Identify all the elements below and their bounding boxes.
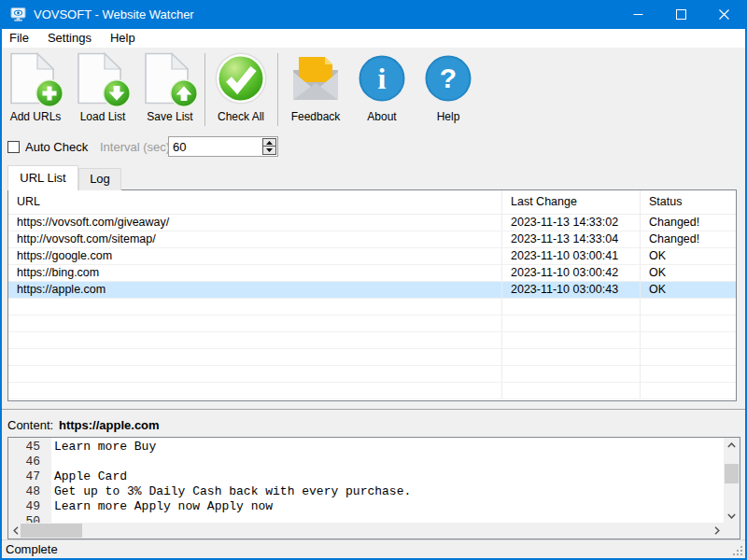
triangle-down-icon (266, 148, 273, 152)
scrollbar-thumb[interactable] (21, 524, 82, 538)
table-row[interactable]: https://bing.com 2023-11-10 03:00:42 OK (8, 265, 736, 282)
scrollbar-up-button[interactable] (724, 438, 740, 452)
close-button[interactable] (702, 0, 745, 29)
envelope-icon (289, 51, 343, 105)
check-circle-icon (214, 51, 268, 105)
line-text: Learn more Buy (46, 440, 156, 455)
line-number: 47 (8, 469, 46, 484)
menu-item-settings[interactable]: Settings (38, 29, 101, 48)
app-icon (10, 7, 26, 22)
column-header-last-change[interactable]: Last Change (502, 190, 641, 214)
info-circle-icon: i (355, 51, 409, 105)
table-row-selected[interactable]: https://apple.com 2023-11-10 03:00:43 OK (8, 282, 736, 299)
table-empty-row (8, 383, 736, 399)
statusbar: Complete (2, 539, 745, 558)
table-header: URL Last Change Status (8, 190, 736, 215)
table-row[interactable]: http://vovsoft.com/sitemap/ 2023-11-13 1… (8, 231, 736, 248)
toolbar-button-help[interactable]: ? Help (416, 51, 480, 130)
close-icon (719, 9, 729, 20)
document-plus-icon (8, 51, 63, 105)
cell-last-change: 2023-11-13 14:33:04 (502, 231, 641, 247)
line-number: 45 (8, 440, 46, 455)
scrollbar-right-button[interactable] (710, 523, 724, 539)
cell-url: https://vovsoft.com/giveaway/ (8, 215, 502, 231)
cell-last-change: 2023-11-13 14:33:02 (502, 215, 641, 231)
spin-down-button[interactable] (263, 147, 275, 154)
table-row[interactable]: https://google.com 2023-11-10 03:00:41 O… (8, 248, 736, 265)
splitter[interactable] (2, 409, 745, 410)
cell-url: http://vovsoft.com/sitemap/ (8, 231, 502, 247)
toolbar-separator (277, 53, 278, 126)
menubar: File Settings Help (2, 29, 745, 48)
toolbar-button-label: Help (437, 110, 460, 123)
content-viewer[interactable]: 45 Learn more Buy 46 47 Apple Card 48 Ge… (7, 437, 740, 539)
line-number: 50 (8, 514, 46, 523)
triangle-up-icon (266, 141, 273, 145)
vertical-scrollbar[interactable] (724, 438, 740, 523)
toolbar-button-save-list[interactable]: Save List (138, 51, 202, 130)
interval-input[interactable] (169, 137, 262, 156)
caption-buttons (616, 0, 745, 29)
cell-status: OK (641, 265, 736, 281)
table-row[interactable]: https://vovsoft.com/giveaway/ 2023-11-13… (8, 215, 736, 231)
table-empty-row (8, 332, 736, 349)
code-line: 47 Apple Card (8, 469, 724, 484)
line-text (46, 514, 54, 523)
toolbar-button-label: Save List (147, 110, 192, 123)
status-text: Complete (6, 541, 58, 558)
content-url: https://apple.com (59, 418, 160, 432)
line-text: Get up to 3% Daily Cash back with every … (46, 484, 411, 499)
code-line: 45 Learn more Buy (8, 440, 724, 455)
svg-text:?: ? (440, 63, 457, 93)
table-empty-row (8, 349, 736, 366)
menu-item-help[interactable]: Help (101, 29, 145, 48)
toolbar-button-add-urls[interactable]: Add URLs (4, 51, 67, 130)
url-table: URL Last Change Status https://vovsoft.c… (7, 189, 737, 401)
toolbar-button-label: Check All (218, 110, 264, 123)
menu-item-file[interactable]: File (2, 29, 38, 48)
toolbar: Add URLs Load List (2, 48, 745, 133)
cell-last-change: 2023-11-10 03:00:42 (502, 265, 641, 281)
column-header-status[interactable]: Status (641, 190, 736, 214)
document-download-icon (76, 51, 130, 105)
cell-last-change: 2023-11-10 03:00:43 (502, 282, 641, 298)
cell-url: https://apple.com (8, 282, 502, 298)
svg-text:i: i (378, 62, 387, 95)
titlebar[interactable]: VOVSOFT - Website Watcher (2, 0, 745, 29)
cell-status: OK (641, 282, 736, 298)
chevron-down-icon (727, 513, 736, 519)
document-upload-icon (143, 51, 197, 105)
minimize-icon (633, 9, 643, 20)
horizontal-scrollbar[interactable] (8, 523, 724, 539)
toolbar-button-label: Feedback (291, 110, 341, 123)
toolbar-button-about[interactable]: i About (350, 51, 414, 130)
line-number: 48 (8, 484, 46, 499)
tab-log[interactable]: Log (78, 168, 121, 190)
content-label: Content: (7, 418, 53, 432)
resize-grip-icon[interactable] (732, 545, 742, 555)
cell-url: https://bing.com (8, 265, 502, 281)
table-empty-row (8, 299, 736, 315)
auto-check-checkbox[interactable] (7, 141, 20, 153)
tab-url-list[interactable]: URL List (7, 165, 78, 190)
question-circle-icon: ? (421, 51, 475, 105)
code-area: 45 Learn more Buy 46 47 Apple Card 48 Ge… (8, 438, 724, 523)
cell-last-change: 2023-11-10 03:00:41 (502, 248, 641, 264)
spin-up-button[interactable] (263, 139, 275, 147)
minimize-button[interactable] (616, 0, 659, 29)
toolbar-separator (204, 53, 205, 126)
toolbar-button-check-all[interactable]: Check All (209, 51, 273, 130)
window-title: VOVSOFT - Website Watcher (34, 0, 194, 29)
toolbar-button-load-list[interactable]: Load List (71, 51, 134, 130)
scrollbar-down-button[interactable] (724, 509, 740, 523)
toolbar-button-feedback[interactable]: Feedback (284, 51, 347, 130)
line-text: Apple Card (46, 469, 127, 484)
scrollbar-thumb[interactable] (725, 464, 739, 483)
auto-check-label: Auto Check (25, 140, 88, 154)
code-line: 49 Learn more Apply now Apply now (8, 499, 724, 514)
column-header-url[interactable]: URL (8, 190, 502, 214)
line-text: Learn more Apply now Apply now (46, 499, 273, 514)
maximize-button[interactable] (659, 0, 702, 29)
line-text (46, 455, 54, 469)
toolbar-button-label: About (367, 110, 396, 123)
